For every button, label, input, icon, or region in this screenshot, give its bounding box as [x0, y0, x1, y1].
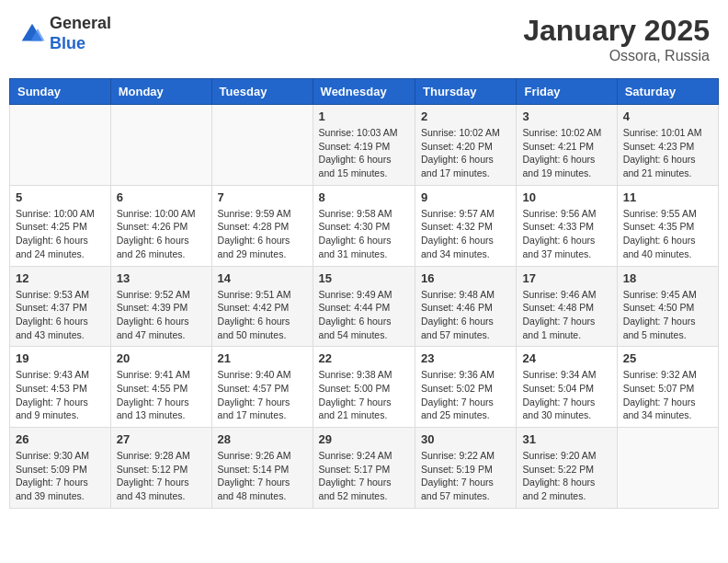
day-number: 7: [218, 190, 307, 204]
calendar-week-2: 5Sunrise: 10:00 AM Sunset: 4:25 PM Dayli…: [10, 185, 719, 266]
calendar-cell: 7Sunrise: 9:59 AM Sunset: 4:28 PM Daylig…: [211, 185, 313, 266]
calendar-cell: 17Sunrise: 9:46 AM Sunset: 4:48 PM Dayli…: [517, 266, 617, 347]
calendar-cell: 23Sunrise: 9:36 AM Sunset: 5:02 PM Dayli…: [415, 347, 517, 428]
day-info: Sunrise: 9:51 AM Sunset: 4:42 PM Dayligh…: [218, 288, 307, 342]
calendar-cell: 6Sunrise: 10:00 AM Sunset: 4:26 PM Dayli…: [110, 185, 211, 266]
day-info: Sunrise: 10:02 AM Sunset: 4:20 PM Daylig…: [421, 126, 510, 180]
calendar-header-monday: Monday: [110, 79, 211, 105]
day-info: Sunrise: 10:00 AM Sunset: 4:25 PM Daylig…: [16, 207, 105, 261]
day-info: Sunrise: 9:55 AM Sunset: 4:35 PM Dayligh…: [623, 207, 712, 261]
day-info: Sunrise: 9:56 AM Sunset: 4:33 PM Dayligh…: [522, 207, 610, 261]
calendar-header-tuesday: Tuesday: [211, 79, 313, 105]
logo-text: General Blue: [50, 14, 111, 53]
calendar-cell: 27Sunrise: 9:28 AM Sunset: 5:12 PM Dayli…: [110, 428, 211, 509]
calendar-cell: 8Sunrise: 9:58 AM Sunset: 4:30 PM Daylig…: [313, 185, 415, 266]
day-number: 15: [319, 271, 409, 285]
day-info: Sunrise: 9:26 AM Sunset: 5:14 PM Dayligh…: [218, 449, 307, 503]
calendar-cell: 15Sunrise: 9:49 AM Sunset: 4:44 PM Dayli…: [313, 266, 415, 347]
calendar-cell: 26Sunrise: 9:30 AM Sunset: 5:09 PM Dayli…: [10, 428, 111, 509]
day-number: 16: [421, 271, 510, 285]
day-info: Sunrise: 9:32 AM Sunset: 5:07 PM Dayligh…: [623, 368, 712, 422]
calendar-header-row: SundayMondayTuesdayWednesdayThursdayFrid…: [10, 79, 719, 105]
calendar-cell: [211, 105, 313, 186]
calendar-week-4: 19Sunrise: 9:43 AM Sunset: 4:53 PM Dayli…: [10, 347, 719, 428]
day-number: 3: [522, 109, 610, 123]
calendar-header-wednesday: Wednesday: [313, 79, 415, 105]
day-number: 1: [319, 109, 409, 123]
calendar-cell: 1Sunrise: 10:03 AM Sunset: 4:19 PM Dayli…: [313, 105, 415, 186]
calendar-cell: 31Sunrise: 9:20 AM Sunset: 5:22 PM Dayli…: [517, 428, 617, 509]
logo: General Blue: [18, 14, 111, 53]
calendar-cell: 22Sunrise: 9:38 AM Sunset: 5:00 PM Dayli…: [313, 347, 415, 428]
day-info: Sunrise: 9:59 AM Sunset: 4:28 PM Dayligh…: [218, 207, 307, 261]
location: Ossora, Russia: [523, 48, 710, 64]
day-number: 19: [16, 351, 105, 365]
calendar-cell: 4Sunrise: 10:01 AM Sunset: 4:23 PM Dayli…: [617, 105, 718, 186]
day-info: Sunrise: 9:41 AM Sunset: 4:55 PM Dayligh…: [117, 368, 206, 422]
logo-blue-text: Blue: [50, 34, 111, 54]
day-info: Sunrise: 9:46 AM Sunset: 4:48 PM Dayligh…: [522, 288, 610, 342]
calendar-header-sunday: Sunday: [10, 79, 111, 105]
day-info: Sunrise: 10:03 AM Sunset: 4:19 PM Daylig…: [319, 126, 409, 180]
day-info: Sunrise: 9:22 AM Sunset: 5:19 PM Dayligh…: [421, 449, 510, 503]
day-info: Sunrise: 10:00 AM Sunset: 4:26 PM Daylig…: [117, 207, 206, 261]
day-number: 31: [522, 432, 610, 446]
calendar-header-thursday: Thursday: [415, 79, 517, 105]
page-header: General Blue January 2025 Ossora, Russia: [9, 9, 719, 69]
day-info: Sunrise: 9:49 AM Sunset: 4:44 PM Dayligh…: [319, 288, 409, 342]
day-info: Sunrise: 9:57 AM Sunset: 4:32 PM Dayligh…: [421, 207, 510, 261]
day-info: Sunrise: 9:53 AM Sunset: 4:37 PM Dayligh…: [16, 288, 105, 342]
day-info: Sunrise: 9:48 AM Sunset: 4:46 PM Dayligh…: [421, 288, 510, 342]
calendar-week-5: 26Sunrise: 9:30 AM Sunset: 5:09 PM Dayli…: [10, 428, 719, 509]
day-number: 30: [421, 432, 510, 446]
calendar-cell: 9Sunrise: 9:57 AM Sunset: 4:32 PM Daylig…: [415, 185, 517, 266]
calendar-cell: 2Sunrise: 10:02 AM Sunset: 4:20 PM Dayli…: [415, 105, 517, 186]
day-number: 20: [117, 351, 206, 365]
calendar-cell: 13Sunrise: 9:52 AM Sunset: 4:39 PM Dayli…: [110, 266, 211, 347]
day-info: Sunrise: 9:52 AM Sunset: 4:39 PM Dayligh…: [117, 288, 206, 342]
logo-general-text: General: [50, 14, 111, 34]
calendar-table: SundayMondayTuesdayWednesdayThursdayFrid…: [9, 78, 719, 509]
calendar-header-saturday: Saturday: [617, 79, 718, 105]
day-number: 22: [319, 351, 409, 365]
day-number: 12: [16, 271, 105, 285]
day-number: 29: [319, 432, 409, 446]
day-number: 9: [421, 190, 510, 204]
day-info: Sunrise: 9:43 AM Sunset: 4:53 PM Dayligh…: [16, 368, 105, 422]
calendar-cell: 11Sunrise: 9:55 AM Sunset: 4:35 PM Dayli…: [617, 185, 718, 266]
day-number: 5: [16, 190, 105, 204]
calendar-cell: 19Sunrise: 9:43 AM Sunset: 4:53 PM Dayli…: [10, 347, 111, 428]
day-info: Sunrise: 9:40 AM Sunset: 4:57 PM Dayligh…: [218, 368, 307, 422]
day-info: Sunrise: 9:20 AM Sunset: 5:22 PM Dayligh…: [522, 449, 610, 503]
day-number: 6: [117, 190, 206, 204]
calendar-cell: 25Sunrise: 9:32 AM Sunset: 5:07 PM Dayli…: [617, 347, 718, 428]
calendar-week-3: 12Sunrise: 9:53 AM Sunset: 4:37 PM Dayli…: [10, 266, 719, 347]
day-info: Sunrise: 9:28 AM Sunset: 5:12 PM Dayligh…: [117, 449, 206, 503]
calendar-cell: 20Sunrise: 9:41 AM Sunset: 4:55 PM Dayli…: [110, 347, 211, 428]
day-number: 17: [522, 271, 610, 285]
day-info: Sunrise: 9:34 AM Sunset: 5:04 PM Dayligh…: [522, 368, 610, 422]
day-info: Sunrise: 9:36 AM Sunset: 5:02 PM Dayligh…: [421, 368, 510, 422]
day-number: 10: [522, 190, 610, 204]
logo-icon: [18, 20, 46, 48]
calendar-cell: 10Sunrise: 9:56 AM Sunset: 4:33 PM Dayli…: [517, 185, 617, 266]
day-number: 2: [421, 109, 510, 123]
calendar-cell: 29Sunrise: 9:24 AM Sunset: 5:17 PM Dayli…: [313, 428, 415, 509]
calendar-cell: [110, 105, 211, 186]
calendar-cell: 14Sunrise: 9:51 AM Sunset: 4:42 PM Dayli…: [211, 266, 313, 347]
day-number: 28: [218, 432, 307, 446]
day-info: Sunrise: 9:24 AM Sunset: 5:17 PM Dayligh…: [319, 449, 409, 503]
calendar-cell: [10, 105, 111, 186]
calendar-cell: 21Sunrise: 9:40 AM Sunset: 4:57 PM Dayli…: [211, 347, 313, 428]
day-info: Sunrise: 9:38 AM Sunset: 5:00 PM Dayligh…: [319, 368, 409, 422]
calendar-cell: 5Sunrise: 10:00 AM Sunset: 4:25 PM Dayli…: [10, 185, 111, 266]
day-number: 8: [319, 190, 409, 204]
day-number: 11: [623, 190, 712, 204]
calendar-header-friday: Friday: [517, 79, 617, 105]
title-area: January 2025 Ossora, Russia: [523, 14, 710, 64]
day-number: 14: [218, 271, 307, 285]
day-info: Sunrise: 9:58 AM Sunset: 4:30 PM Dayligh…: [319, 207, 409, 261]
day-number: 18: [623, 271, 712, 285]
day-number: 26: [16, 432, 105, 446]
day-info: Sunrise: 9:45 AM Sunset: 4:50 PM Dayligh…: [623, 288, 712, 342]
